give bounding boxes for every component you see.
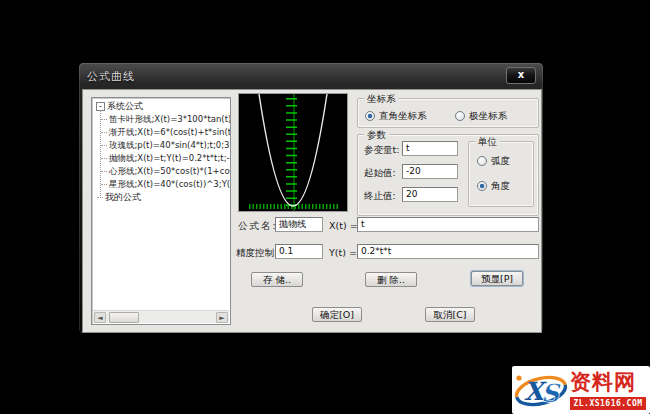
unit-group: 单位 弧度 角度 bbox=[468, 141, 534, 207]
save-button[interactable]: 存 储.. bbox=[251, 272, 303, 287]
watermark-site-name: 资料网 bbox=[570, 368, 636, 396]
scrollbar-thumb[interactable] bbox=[109, 312, 139, 323]
parameter-variable-label: 参变量t: bbox=[364, 144, 399, 157]
scroll-left-icon[interactable]: ◄ bbox=[94, 312, 106, 323]
dialog-client-area: - 系统公式 笛卡叶形线;X(t)=3*100*tan(t) 渐开线;X(t)=… bbox=[82, 89, 542, 333]
tree-branch-dash bbox=[101, 132, 107, 133]
preview-button[interactable]: 预显[P] bbox=[471, 271, 523, 286]
unit-group-label: 单位 bbox=[475, 136, 500, 149]
end-value-label: 终止值: bbox=[364, 190, 396, 203]
precision-input[interactable]: 0.1 bbox=[275, 244, 323, 259]
formula-name-label: 公式名: bbox=[238, 220, 278, 233]
y-equation-input[interactable]: 0.2*t*t bbox=[357, 244, 539, 259]
cancel-button[interactable]: 取消[C] bbox=[425, 307, 475, 322]
ok-button[interactable]: 确定[O] bbox=[312, 307, 362, 322]
tree-branch-dash bbox=[97, 197, 103, 198]
degree-radio[interactable]: 角度 bbox=[477, 180, 510, 192]
radian-radio[interactable]: 弧度 bbox=[477, 155, 510, 167]
formula-name-input[interactable]: 抛物线 bbox=[275, 217, 323, 232]
tree-branch-dash bbox=[101, 119, 107, 120]
x-equation-label: X(t) = bbox=[329, 220, 358, 231]
tree-item-rose[interactable]: 玫瑰线;p(t)=40*sin(4*t);t;0;36 bbox=[109, 139, 231, 152]
radio-selected-icon[interactable] bbox=[477, 181, 487, 191]
radio-selected-icon[interactable] bbox=[365, 111, 375, 121]
delete-button[interactable]: 删 除.. bbox=[365, 272, 417, 287]
formula-curve-dialog: 公式曲线 x - 系统公式 笛卡叶形线;X(t)=3*100*tan(t) 渐开… bbox=[78, 62, 544, 334]
radio-unselected-icon[interactable] bbox=[455, 111, 465, 121]
xs-logo-icon: X S bbox=[512, 366, 570, 414]
coordinate-system-group: 坐标系 直角坐标系 极坐标系 bbox=[357, 98, 539, 128]
end-value-input[interactable]: 20 bbox=[402, 187, 458, 202]
tree-branch-dash bbox=[101, 171, 107, 172]
tree-item-cardioid[interactable]: 心形线;X(t)=50*cos(t)*(1+cos bbox=[109, 165, 231, 178]
curve-preview-canvas bbox=[238, 93, 348, 212]
polar-radio[interactable]: 极坐标系 bbox=[455, 110, 507, 122]
desktop-background: { "dialog": { "title": "公式曲线", "close_la… bbox=[0, 0, 650, 414]
start-value-label: 起始值: bbox=[364, 167, 396, 180]
precision-label: 精度控制: bbox=[236, 247, 277, 260]
cartesian-radio-label: 直角坐标系 bbox=[379, 110, 427, 121]
y-equation-label: Y(t) = bbox=[329, 247, 357, 258]
tree-branch-dash bbox=[101, 158, 107, 159]
tree-branch-dash bbox=[101, 184, 107, 185]
start-value-input[interactable]: -20 bbox=[402, 164, 458, 179]
parabola-preview-drawing bbox=[239, 94, 347, 211]
formula-tree-list[interactable]: - 系统公式 笛卡叶形线;X(t)=3*100*tan(t) 渐开线;X(t)=… bbox=[91, 97, 231, 325]
tree-branch-dash bbox=[101, 145, 107, 146]
tree-item-parabola[interactable]: 抛物线;X(t)=t;Y(t)=0.2*t*t;t;- bbox=[109, 152, 230, 165]
radio-unselected-icon[interactable] bbox=[477, 156, 487, 166]
tree-item-astroid[interactable]: 星形线;X(t)=40*(cos(t))^3;Y(t bbox=[109, 178, 231, 191]
site-watermark: X S 资料网 ZL.XS1616.COM bbox=[512, 366, 650, 414]
degree-radio-label: 角度 bbox=[491, 180, 510, 191]
dialog-title: 公式曲线 bbox=[87, 69, 135, 84]
parameter-variable-input[interactable]: t bbox=[402, 141, 458, 156]
tree-item-involute[interactable]: 渐开线;X(t)=6*(cos(t)+t*sin(t) bbox=[109, 126, 231, 139]
tree-node-system-formulas[interactable]: 系统公式 bbox=[107, 100, 143, 113]
dialog-titlebar[interactable]: 公式曲线 x bbox=[79, 63, 543, 89]
tree-node-my-formulas[interactable]: 我的公式 bbox=[105, 191, 141, 204]
close-button[interactable]: x bbox=[506, 67, 536, 84]
polar-radio-label: 极坐标系 bbox=[469, 110, 507, 121]
radian-radio-label: 弧度 bbox=[491, 155, 510, 166]
parameters-group: 参数 参变量t: t 起始值: -20 终止值: 20 单位 弧度 角度 bbox=[357, 134, 539, 216]
scroll-right-icon[interactable]: ► bbox=[216, 312, 228, 323]
svg-text:S: S bbox=[541, 379, 561, 408]
tree-item-folium[interactable]: 笛卡叶形线;X(t)=3*100*tan(t) bbox=[109, 113, 231, 126]
watermark-url: ZL.XS1616.COM bbox=[570, 397, 646, 410]
cartesian-radio[interactable]: 直角坐标系 bbox=[365, 110, 427, 122]
tree-horizontal-scrollbar[interactable]: ◄ ► bbox=[93, 310, 229, 323]
parameters-group-label: 参数 bbox=[364, 129, 389, 142]
coordinate-system-group-label: 坐标系 bbox=[364, 93, 399, 106]
x-equation-input[interactable]: t bbox=[357, 217, 539, 232]
